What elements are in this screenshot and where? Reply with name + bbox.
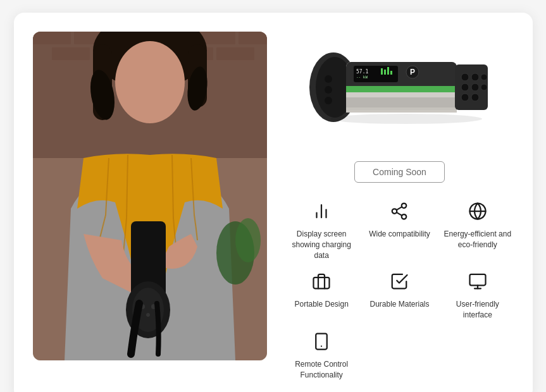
- svg-rect-46: [384, 70, 386, 75]
- svg-point-64: [471, 94, 479, 101]
- svg-rect-47: [387, 67, 389, 75]
- svg-text:-- kW: -- kW: [356, 75, 368, 79]
- svg-line-72: [397, 212, 402, 216]
- svg-rect-76: [314, 278, 330, 289]
- feature-portable-design: Portable Design: [286, 272, 357, 321]
- feature-display-screen-label: Display screen showing charging data: [286, 229, 357, 260]
- smartphone-icon: [312, 332, 331, 354]
- svg-point-58: [471, 73, 479, 81]
- main-card: 57.1 -- kW P POWERPOD: [14, 13, 533, 392]
- svg-point-57: [461, 73, 469, 81]
- svg-point-59: [481, 74, 487, 80]
- check-square-icon: [390, 272, 409, 294]
- feature-energy-efficient-label: Energy-efficient and eco-friendly: [442, 229, 513, 250]
- monitor-icon: [468, 272, 487, 294]
- feature-portable-design-label: Portable Design: [294, 299, 348, 310]
- feature-remote-control-label: Remote Control Functionality: [286, 359, 357, 381]
- svg-rect-51: [346, 86, 457, 92]
- svg-point-60: [461, 83, 469, 91]
- feature-wide-compatibility: Wide compatibility: [364, 202, 435, 260]
- svg-point-61: [471, 83, 479, 91]
- product-lifestyle-image: [33, 32, 267, 360]
- features-grid: Display screen showing charging data Wid…: [286, 202, 514, 381]
- device-image-area: 57.1 -- kW P POWERPOD: [286, 32, 514, 149]
- coming-soon-badge: Coming Soon: [354, 161, 445, 183]
- share-icon: [390, 202, 409, 224]
- briefcase-icon: [312, 272, 331, 294]
- feature-durable-materials-label: Durable Materials: [369, 299, 429, 310]
- globe-icon: [468, 202, 487, 224]
- svg-rect-45: [381, 68, 383, 75]
- feature-user-friendly: User-friendly interface: [442, 272, 513, 321]
- svg-rect-80: [316, 333, 327, 349]
- svg-point-18: [115, 41, 185, 123]
- feature-display-screen: Display screen showing charging data: [286, 202, 357, 260]
- svg-point-36: [325, 75, 332, 83]
- svg-rect-48: [390, 71, 392, 75]
- left-panel: [33, 32, 267, 381]
- coming-soon-section: Coming Soon: [286, 161, 514, 183]
- feature-user-friendly-label: User-friendly interface: [442, 299, 513, 321]
- svg-point-33: [235, 218, 261, 262]
- svg-text:57.1: 57.1: [356, 69, 368, 75]
- feature-durable-materials: Durable Materials: [364, 272, 435, 321]
- svg-point-63: [461, 94, 469, 101]
- feature-remote-control: Remote Control Functionality: [286, 332, 357, 381]
- svg-point-62: [481, 84, 487, 90]
- svg-point-31: [146, 313, 150, 317]
- feature-energy-efficient: Energy-efficient and eco-friendly: [442, 202, 513, 260]
- bar-chart-icon: [312, 202, 331, 224]
- feature-wide-compatibility-label: Wide compatibility: [369, 229, 430, 240]
- right-panel: 57.1 -- kW P POWERPOD: [286, 32, 514, 381]
- svg-rect-55: [346, 110, 457, 113]
- svg-point-65: [330, 114, 482, 124]
- svg-point-38: [325, 97, 332, 104]
- lifestyle-svg: [33, 32, 267, 360]
- svg-rect-77: [469, 274, 485, 286]
- svg-line-73: [397, 207, 402, 210]
- device-svg: 57.1 -- kW P POWERPOD: [308, 38, 492, 136]
- svg-point-37: [325, 86, 332, 94]
- svg-text:P: P: [410, 68, 415, 77]
